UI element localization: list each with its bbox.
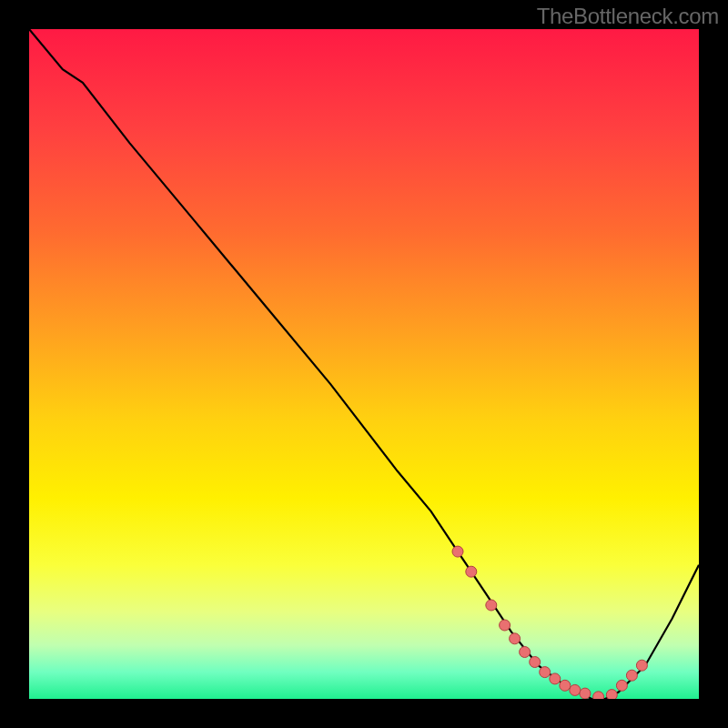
marker-dot [466, 566, 477, 577]
plot-area [29, 29, 699, 699]
marker-dot [636, 660, 647, 671]
chart-stage: TheBottleneck.com [0, 0, 728, 728]
marker-dot [570, 684, 581, 695]
marker-dot [606, 690, 617, 699]
marker-dot [616, 680, 627, 691]
watermark-text: TheBottleneck.com [537, 4, 719, 29]
marker-dot [452, 546, 463, 557]
marker-dot [626, 670, 637, 681]
marker-dot [593, 692, 604, 699]
gradient-background [29, 29, 699, 699]
marker-dot [540, 667, 551, 678]
marker-dot [560, 680, 571, 691]
marker-dot [530, 657, 541, 668]
marker-dot [486, 600, 497, 611]
marker-dot [510, 633, 521, 644]
chart-svg [29, 29, 699, 699]
marker-dot [580, 688, 591, 699]
marker-dot [520, 647, 531, 658]
marker-dot [550, 673, 561, 684]
marker-dot [500, 620, 511, 631]
